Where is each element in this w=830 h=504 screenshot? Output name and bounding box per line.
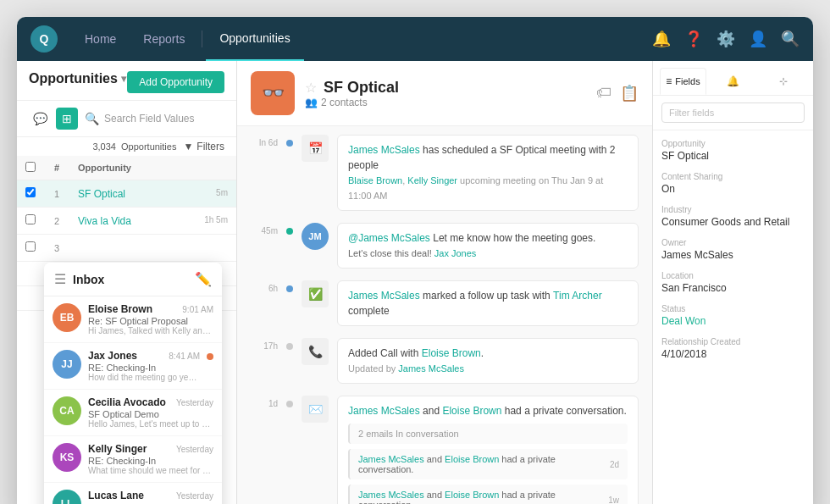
- view-icons: 💬 ⊞: [29, 108, 78, 130]
- avatar: CA: [53, 396, 81, 425]
- copy-icon[interactable]: 📋: [620, 84, 639, 102]
- field-item-owner: Owner James McSales: [661, 238, 805, 261]
- opportunities-title[interactable]: Opportunities ▾: [29, 71, 126, 86]
- inbox-item[interactable]: KS Kelly Singer Yesterday RE: Checking-I…: [44, 436, 222, 483]
- inbox-item[interactable]: JJ Jax Jones 8:41 AM RE: Checking-In How…: [44, 343, 222, 390]
- tab-fields[interactable]: ≡ Fields: [660, 68, 706, 95]
- list-top-bar: 3,034 Opportunities ▼ Filters: [17, 137, 236, 156]
- table-header-num: #: [44, 156, 69, 180]
- table-row[interactable]: 1 SF Optical 5m: [17, 180, 236, 208]
- company-logo: 👓: [251, 71, 295, 115]
- help-icon[interactable]: ❓: [684, 30, 703, 48]
- filter-icon: ▼: [183, 141, 193, 152]
- inbox-item[interactable]: CA Cecilia Avocado Yesterday SF Optical …: [44, 390, 222, 436]
- row-checkbox[interactable]: [25, 214, 36, 224]
- inbox-menu-icon[interactable]: ☰: [54, 271, 66, 287]
- inbox-panel: ☰ Inbox ✏️ EB Eloise Brown 9:01 AM Re: S…: [44, 263, 222, 504]
- activity-dot: [286, 343, 293, 350]
- table-row[interactable]: 2 Viva la Vida 1h 5m: [17, 208, 236, 235]
- inbox-header: ☰ Inbox ✏️: [44, 263, 222, 296]
- activity-time: 45m: [251, 223, 278, 269]
- share-tab-icon: ⊹: [779, 75, 788, 87]
- table-header-checkbox: [17, 156, 44, 180]
- avatar: KS: [53, 443, 81, 472]
- field-item-status: Status Deal Won: [661, 304, 805, 327]
- activity-dot: [286, 140, 293, 147]
- nav-items: Home Reports Opportunities: [71, 17, 304, 61]
- field-item-relationship-created: Relationship Created 4/10/2018: [661, 337, 805, 360]
- activity-text: James McSales marked a follow up task wi…: [348, 288, 628, 318]
- nav-item-home[interactable]: Home: [71, 17, 130, 61]
- sub-activity: 2 emails In conversation: [348, 424, 628, 444]
- activity-item: 45m JM @James McSales Let me know how th…: [251, 223, 639, 269]
- user-icon[interactable]: 👤: [749, 30, 767, 48]
- activity-item: In 6d 📅 James McSales has scheduled a SF…: [251, 135, 639, 211]
- inbox-item[interactable]: LL Lucas Lane Yesterday We're Interested…: [44, 483, 222, 504]
- select-all-checkbox[interactable]: [25, 162, 36, 172]
- tab-share[interactable]: ⊹: [760, 68, 806, 95]
- tab-notifications[interactable]: 🔔: [710, 68, 756, 95]
- avatar: JJ: [53, 350, 81, 379]
- nav-item-opportunities[interactable]: Opportunities: [206, 17, 303, 61]
- activity-time: 1d: [251, 396, 278, 504]
- calendar-icon: 📅: [302, 135, 329, 162]
- search-bar-row: 💬 ⊞ 🔍 Search Field Values: [17, 101, 236, 137]
- activity-dot: [286, 401, 293, 407]
- right-search: [653, 96, 813, 130]
- inbox-title: Inbox: [73, 273, 104, 286]
- table-row[interactable]: 3: [17, 235, 236, 262]
- field-value: SF Optical: [661, 150, 805, 162]
- detail-title-area: ☆ SF Optical 👥 2 contacts: [305, 79, 586, 108]
- filter-fields-input[interactable]: [661, 102, 805, 123]
- row-checkbox[interactable]: [25, 241, 36, 252]
- right-tabs: ≡ Fields 🔔 ⊹: [653, 61, 813, 96]
- row-num: 1: [44, 180, 69, 208]
- add-opportunity-button[interactable]: Add Opportunity: [127, 71, 224, 93]
- task-icon: ✅: [302, 280, 329, 307]
- inbox-items: EB Eloise Brown 9:01 AM Re: SF Optical P…: [44, 296, 222, 504]
- app-logo[interactable]: Q: [30, 25, 58, 53]
- dropdown-arrow-icon: ▾: [121, 73, 126, 85]
- top-navigation: Q Home Reports Opportunities 🔔 ❓ ⚙️ 👤: [17, 17, 813, 61]
- nav-right: 🔔 ❓ ⚙️ 👤 🔍: [652, 30, 800, 48]
- field-value: James McSales: [661, 249, 805, 261]
- field-value: Consumer Goods and Retail: [661, 216, 805, 228]
- bell-icon[interactable]: 🔔: [652, 30, 671, 48]
- avatar: JM: [302, 223, 329, 250]
- search-field[interactable]: 🔍 Search Field Values: [85, 112, 224, 125]
- row-name[interactable]: [69, 235, 236, 262]
- activity-text: James McSales has scheduled a SF Optical…: [348, 142, 628, 203]
- grid-view-icon[interactable]: ⊞: [56, 108, 78, 130]
- table-header-opportunity: Opportunity: [69, 156, 236, 180]
- row-name[interactable]: SF Optical 5m: [69, 180, 236, 208]
- search-icon-small: 🔍: [85, 112, 99, 125]
- sub-activity: James McSales and Eloise Brown had a pri…: [348, 485, 628, 504]
- avatar: EB: [53, 303, 81, 332]
- detail-actions: 🏷 📋: [596, 84, 639, 102]
- contacts-badge[interactable]: 👥 2 contacts: [305, 97, 586, 108]
- star-icon[interactable]: ☆: [305, 80, 317, 96]
- call-icon: 📞: [302, 338, 329, 365]
- inbox-item[interactable]: EB Eloise Brown 9:01 AM Re: SF Optical P…: [44, 296, 222, 343]
- email-icon: ✉️: [302, 396, 329, 423]
- gear-icon[interactable]: ⚙️: [717, 30, 735, 48]
- row-checkbox[interactable]: [25, 187, 36, 197]
- chat-view-icon[interactable]: 💬: [29, 108, 51, 130]
- user-link[interactable]: James McSales: [348, 144, 420, 156]
- filters-button[interactable]: ▼ Filters: [183, 141, 224, 152]
- nav-item-reports[interactable]: Reports: [130, 17, 198, 61]
- row-name[interactable]: Viva la Vida 1h 5m: [69, 208, 236, 235]
- bookmark-icon[interactable]: 🏷: [596, 84, 611, 102]
- compose-icon[interactable]: ✏️: [195, 271, 212, 287]
- sub-activity: James McSales and Eloise Brown had a pri…: [348, 449, 628, 479]
- search-icon[interactable]: 🔍: [781, 30, 800, 48]
- row-num: 3: [44, 235, 69, 262]
- activity-text: Added Call with Eloise Brown. Updated by…: [348, 346, 628, 376]
- fields-list: Opportunity SF Optical Content Sharing O…: [653, 130, 813, 379]
- activity-time: 6h: [251, 280, 278, 326]
- activity-item: 6h ✅ James McSales marked a follow up ta…: [251, 280, 639, 326]
- count-label: 3,034 Opportunities: [92, 141, 176, 152]
- activity-time: In 6d: [251, 135, 278, 211]
- company-name: SF Optical: [324, 79, 399, 97]
- activity-content: James McSales marked a follow up task wi…: [337, 280, 639, 326]
